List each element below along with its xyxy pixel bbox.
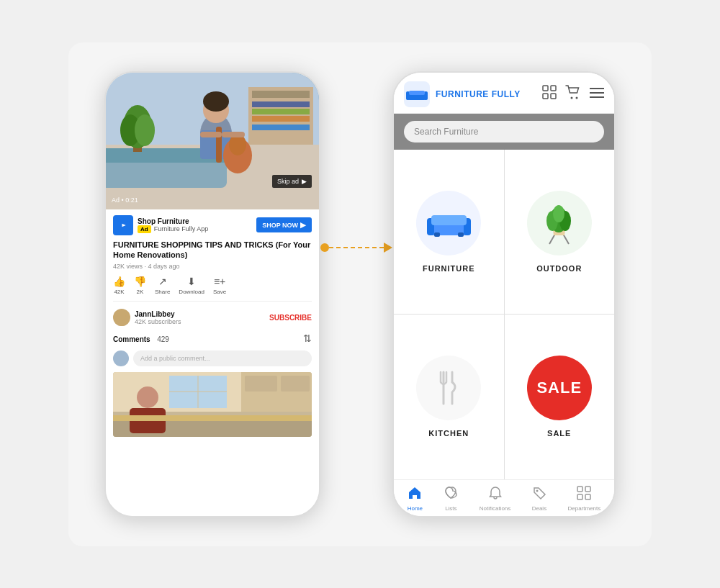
svg-rect-4	[252, 101, 310, 107]
svg-rect-17	[200, 132, 222, 137]
like-button[interactable]: 👍 42K	[113, 276, 125, 295]
video-meta: 42K views · 4 days ago	[113, 263, 312, 270]
svg-rect-5	[252, 109, 310, 114]
arrow-connector	[320, 243, 392, 253]
nav-notifications[interactable]: Notifications	[480, 486, 511, 512]
svg-rect-57	[458, 232, 464, 237]
search-bar-container: Search Furniture	[394, 114, 614, 150]
channel-icon	[113, 215, 133, 235]
nav-departments-label: Departments	[567, 505, 600, 512]
creator-info: JannLibbey 42K subscribers	[113, 309, 181, 326]
grid-icon[interactable]	[542, 85, 557, 103]
categories-grid: FURNITURE	[394, 150, 614, 479]
nav-lists[interactable]: Lists	[444, 486, 458, 512]
commenter-avatar	[113, 350, 129, 366]
save-icon: ≡+	[214, 276, 225, 287]
svg-rect-56	[434, 232, 440, 237]
outdoor-label: OUTDOOR	[536, 264, 582, 273]
svg-rect-45	[543, 94, 548, 99]
bottom-nav: Home Lists	[394, 479, 614, 516]
kitchen-circle	[416, 356, 481, 420]
svg-line-59	[563, 234, 569, 244]
svg-rect-72	[585, 494, 590, 499]
menu-icon[interactable]	[590, 86, 604, 101]
download-icon: ⬇	[187, 276, 196, 287]
arrow-head-icon	[384, 243, 392, 253]
svg-point-12	[203, 91, 229, 112]
channel-subname: Furniture Fully App	[154, 225, 209, 232]
svg-rect-71	[577, 494, 582, 499]
comments-label: Comments	[113, 335, 150, 343]
svg-rect-3	[252, 91, 310, 98]
save-button[interactable]: ≡+ Save	[213, 276, 226, 295]
svg-rect-70	[585, 487, 590, 492]
home-icon	[408, 486, 422, 504]
dislike-button[interactable]: 👎 2K	[134, 276, 146, 295]
nav-lists-label: Lists	[445, 505, 456, 512]
creator-details: JannLibbey 42K subscribers	[135, 310, 181, 325]
nav-deals-label: Deals	[532, 505, 546, 512]
nav-departments[interactable]: Departments	[567, 486, 600, 512]
category-sale[interactable]: SALE SALE	[505, 315, 615, 479]
comments-sort-icon[interactable]: ⇅	[303, 333, 312, 344]
svg-rect-55	[431, 215, 467, 225]
header-icons	[542, 85, 604, 103]
skip-ad-button[interactable]: Skip ad ▶	[272, 175, 312, 188]
svg-rect-42	[409, 91, 425, 95]
channel-name: Shop Furniture	[138, 217, 208, 225]
svg-rect-18	[222, 132, 245, 137]
svg-point-22	[135, 114, 155, 146]
comment-input[interactable]: Add a public comment...	[133, 350, 312, 366]
svg-rect-44	[551, 86, 556, 91]
kitchen-label: KITCHEN	[428, 429, 469, 438]
category-outdoor[interactable]: OUTDOOR	[505, 150, 615, 315]
sale-label: SALE	[547, 429, 571, 438]
video-thumbnail	[106, 73, 319, 209]
app-logo-icon	[404, 81, 430, 107]
video-title: FURNITURE SHOPPING TIPS AND TRICKS (For …	[113, 240, 312, 261]
svg-rect-7	[252, 125, 310, 130]
svg-rect-69	[577, 487, 582, 492]
app-header: FURNITURE FULLY	[394, 73, 614, 114]
scene: Skip ad ▶ Ad • 0:21	[68, 42, 652, 546]
recommended-thumbnail[interactable]	[113, 372, 312, 437]
nav-home[interactable]: Home	[408, 486, 423, 512]
arrow-dashed-line	[329, 247, 384, 248]
furniture-circle	[416, 191, 481, 255]
cart-icon[interactable]	[565, 85, 581, 103]
svg-point-36	[137, 386, 158, 408]
creator-subs: 42K subscribers	[135, 318, 181, 325]
shop-arrow-icon: ▶	[300, 221, 306, 229]
svg-rect-31	[245, 376, 277, 392]
bell-icon	[488, 486, 503, 504]
sale-circle: SALE	[527, 356, 592, 420]
search-input[interactable]: Search Furniture	[404, 121, 604, 143]
arrow-start-dot	[320, 243, 329, 252]
comments-header: Comments 429 ⇅	[113, 332, 312, 345]
tag-icon	[532, 486, 546, 504]
thumbs-up-icon: 👍	[113, 276, 125, 287]
category-furniture[interactable]: FURNITURE	[394, 150, 504, 315]
svg-point-48	[576, 97, 578, 99]
comment-input-row: Add a public comment...	[113, 350, 312, 366]
shop-now-button[interactable]: SHOP NOW ▶	[256, 217, 312, 232]
nav-home-label: Home	[408, 505, 423, 512]
svg-rect-46	[551, 94, 556, 99]
svg-point-64	[553, 205, 564, 222]
svg-line-58	[549, 234, 555, 244]
svg-rect-32	[281, 376, 310, 392]
channel-details: Shop Furniture Ad Furniture Fully App	[138, 217, 208, 233]
subscribe-button[interactable]: SUBSCRIBE	[269, 314, 312, 322]
category-kitchen[interactable]: KITCHEN	[394, 315, 504, 479]
svg-rect-38	[113, 415, 312, 421]
video-area: Skip ad ▶ Ad • 0:21	[106, 73, 319, 209]
nav-deals[interactable]: Deals	[532, 486, 546, 512]
app-logo: FURNITURE FULLY	[404, 81, 521, 107]
share-icon: ↗	[158, 276, 167, 287]
outdoor-circle	[527, 191, 592, 255]
download-button[interactable]: ⬇ Download	[179, 276, 204, 295]
svg-point-68	[536, 489, 538, 492]
comments-count: 429	[157, 335, 169, 343]
share-button[interactable]: ↗ Share	[155, 276, 170, 295]
furniture-label: FURNITURE	[423, 264, 475, 273]
